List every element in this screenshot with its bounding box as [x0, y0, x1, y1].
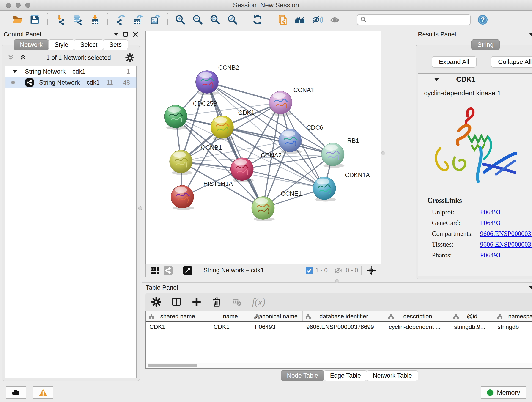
svg-text:CDC25B: CDC25B: [193, 100, 217, 107]
tab-sets[interactable]: Sets: [103, 39, 128, 50]
collapse-collection-icon[interactable]: [13, 70, 17, 73]
zoom-out-icon: [192, 14, 203, 25]
network-name: String Network – cdk1: [39, 79, 100, 86]
duplicate-network-button[interactable]: [277, 14, 288, 26]
column-header-name[interactable]: name: [210, 311, 251, 321]
import-network-database-button[interactable]: [72, 14, 83, 26]
bottom-splitter-handle[interactable]: [335, 279, 339, 283]
add-column-icon[interactable]: [191, 297, 202, 307]
collapse-all-button[interactable]: Collapse All: [491, 56, 532, 68]
zoom-selected-button[interactable]: [227, 14, 238, 26]
cell-description[interactable]: cyclin-dependent ...: [385, 322, 450, 332]
cell-shared-name[interactable]: CDK1: [146, 322, 210, 332]
open-session-button[interactable]: [12, 14, 23, 26]
scrollbar-thumb[interactable]: [148, 364, 197, 367]
export-network-button[interactable]: [114, 14, 126, 26]
import-network-file-button[interactable]: [54, 14, 66, 26]
column-header-shared-name[interactable]: shared name: [146, 311, 210, 321]
zoom-in-button[interactable]: [174, 14, 186, 26]
search-input[interactable]: [369, 15, 467, 24]
tissues-link[interactable]: 9606.ENSP00000378699: [480, 241, 532, 248]
cell-namespace[interactable]: stringdb: [494, 322, 532, 332]
network-canvas[interactable]: CCNB2CCNA1CDC25BCDK1CDC6RB1CCNB1CCNA2CDK…: [146, 31, 381, 264]
refresh-view-button[interactable]: [252, 14, 263, 26]
grid-view-icon[interactable]: [151, 266, 160, 275]
export-network-icon: [114, 14, 126, 25]
svg-text:CDK1: CDK1: [238, 109, 254, 116]
status-bar: Memory: [0, 383, 532, 402]
uniprot-link[interactable]: P06493: [480, 208, 500, 216]
float-panel-icon[interactable]: [123, 32, 128, 37]
close-panel-icon[interactable]: [133, 32, 138, 37]
gene-description: cyclin-dependent kinase 1: [418, 85, 532, 97]
export-image-button[interactable]: [149, 14, 161, 26]
panel-menu-icon[interactable]: [114, 33, 118, 36]
gene-card-header[interactable]: CDK1: [418, 74, 532, 85]
pan-crosshair-icon[interactable]: [367, 266, 376, 275]
table-options-gear-icon[interactable]: [151, 297, 161, 307]
expand-all-networks-icon[interactable]: [19, 54, 27, 61]
import-table-icon: [89, 14, 100, 25]
cloud-status-button[interactable]: [6, 386, 26, 399]
panel-menu-icon[interactable]: [529, 287, 532, 289]
show-all-button[interactable]: [329, 14, 341, 26]
warning-status-button[interactable]: [33, 386, 53, 399]
crosslink-row: Pharos: P06493: [432, 251, 532, 259]
cell-database-identifier[interactable]: 9606.ENSP00000378699: [303, 322, 385, 332]
column-header-id[interactable]: @id: [450, 311, 494, 321]
export-table-button[interactable]: [132, 14, 143, 26]
column-header-database-identifier[interactable]: database identifier: [303, 311, 385, 321]
tab-network[interactable]: Network: [14, 39, 49, 50]
right-splitter-handle[interactable]: [381, 151, 385, 155]
delete-column-icon[interactable]: [212, 297, 222, 307]
tab-select[interactable]: Select: [74, 39, 104, 50]
help-button[interactable]: ?: [477, 14, 488, 26]
panel-menu-icon[interactable]: [529, 33, 532, 36]
selected-checkbox-icon[interactable]: [306, 267, 313, 274]
show-column-icon[interactable]: [171, 297, 181, 307]
genecard-link[interactable]: P06493: [480, 219, 500, 227]
zoom-fit-button[interactable]: [209, 14, 221, 26]
network-options-gear-icon[interactable]: [125, 53, 134, 62]
function-builder-icon[interactable]: f(x): [252, 296, 265, 307]
import-table-file-button[interactable]: [89, 14, 101, 26]
results-panel-tabs: String: [414, 39, 532, 50]
expand-all-button[interactable]: Expand All: [432, 56, 476, 68]
network-row-selected[interactable]: String Network – cdk1 11 48: [5, 77, 136, 88]
import-network-icon: [55, 14, 65, 25]
tab-node-table[interactable]: Node Table: [281, 370, 324, 381]
delete-table-icon[interactable]: [232, 297, 242, 307]
tab-string[interactable]: String: [471, 39, 500, 50]
footer-separator: [331, 266, 331, 275]
network-collection-row[interactable]: String Network – cdk1 1: [5, 66, 136, 77]
compartments-link[interactable]: 9606.ENSP00000378699: [480, 230, 532, 237]
network-share-icon[interactable]: [164, 266, 173, 275]
first-neighbors-button[interactable]: [294, 14, 306, 26]
birds-eye-view-icon[interactable]: [183, 266, 192, 275]
save-session-button[interactable]: [29, 14, 41, 26]
window-title: Session: New Session: [0, 1, 532, 9]
cell-id[interactable]: stringdb:9...: [450, 322, 494, 332]
hide-selected-button[interactable]: [312, 14, 323, 26]
tab-style[interactable]: Style: [48, 39, 75, 50]
network-graph[interactable]: CCNB2CCNA1CDC25BCDK1CDC6RB1CCNB1CCNA2CDK…: [146, 32, 381, 264]
tab-edge-table[interactable]: Edge Table: [324, 370, 367, 381]
memory-button[interactable]: Memory: [481, 386, 526, 399]
cell-canonical-name[interactable]: P06493: [251, 322, 303, 332]
column-header-namespace[interactable]: namespace: [494, 311, 532, 321]
hierarchy-icon: [388, 313, 394, 319]
edge-count: 48: [123, 79, 130, 86]
tab-network-table[interactable]: Network Table: [367, 370, 418, 381]
pharos-link[interactable]: P06493: [480, 251, 500, 259]
left-splitter-handle[interactable]: [138, 206, 142, 210]
hidden-eye-icon[interactable]: [334, 267, 343, 274]
zoom-out-button[interactable]: [192, 14, 203, 26]
table-row[interactable]: CDK1 CDK1 P06493 9606.ENSP00000378699 cy…: [146, 322, 532, 332]
column-header-description[interactable]: description: [385, 311, 450, 321]
column-header-canonical-name[interactable]: canonical name: [251, 311, 303, 321]
collapse-all-networks-icon[interactable]: [7, 54, 14, 61]
collapse-gene-icon[interactable]: [434, 78, 439, 81]
crosslink-row: Compartments: 9606.ENSP00000378699: [432, 230, 532, 237]
cell-name[interactable]: CDK1: [210, 322, 251, 332]
table-horizontal-scrollbar[interactable]: [146, 363, 532, 368]
